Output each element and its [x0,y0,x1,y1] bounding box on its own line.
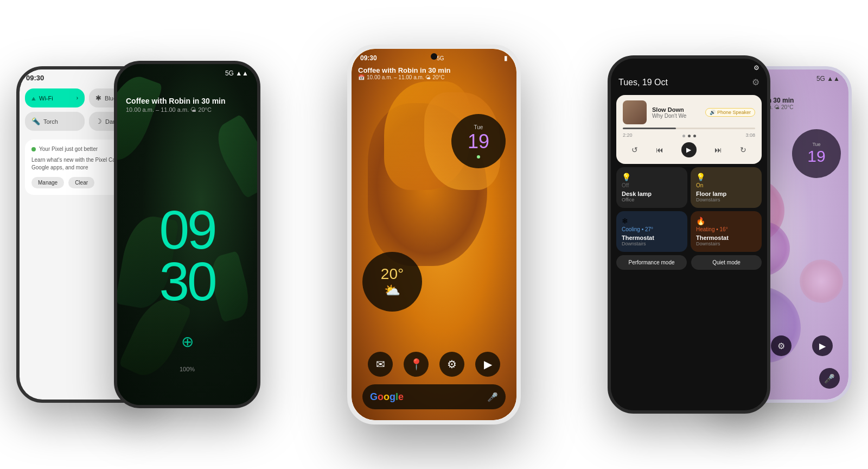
cooling-status: Cooling • 27° [622,226,682,232]
music-player: Slow Down Why Don't We 🔊 Phone Speaker 2… [616,95,762,164]
center-notif-subtitle: 10.00 a.m. – 11.00 a.m. 🌤 20°C [367,74,445,80]
floral-signal: 5G ▲▲ [816,75,840,83]
floorlamp-status: On [696,182,756,188]
thermostat-heat-name: Thermostat [696,234,756,241]
mode-buttons: Performance mode Quiet mode [616,255,762,270]
punch-hole [431,53,437,60]
thermostat-cool-location: Downstairs [622,241,682,246]
torch-label: Torch [43,118,58,125]
gmail-icon[interactable]: ✉ [368,352,393,377]
forward-icon[interactable]: ↻ [740,145,746,154]
cooling-icon: ❄ [622,217,682,225]
bluetooth-icon: ✱ [95,94,101,102]
replay-icon[interactable]: ↺ [631,145,638,154]
leftmost-time: 09:30 [26,74,44,82]
floral-day-label: Tue [812,142,820,147]
music-info: Slow Down Why Don't We [652,106,700,119]
time-elapsed: 2:20 [623,132,633,138]
floorlamp-icon: 💡 [696,173,756,181]
quiet-mode-button[interactable]: Quiet mode [691,255,762,270]
screen-center: 09:30 5G ▮ Coffee with Robin in 30 min 📅… [352,49,516,420]
ls-notif-title: Coffee with Robin in 30 min [126,97,248,105]
widget-date-num: 19 [468,130,489,153]
time-row: 2:20 3:08 [623,132,755,138]
date-widget: Tue 19 [451,114,506,168]
moon-icon: ☽ [95,117,102,125]
notif-dot [31,147,36,151]
center-notif-title: Coffee with Robin in 30 min [358,66,510,74]
phone-speaker-badge: 🔊 Phone Speaker [705,108,755,117]
google-g-icon: Google [370,391,404,403]
search-bar[interactable]: Google 🎤 [362,384,506,409]
center-signal: 5G [437,55,444,61]
desk-lamp-tile[interactable]: 💡 Off Desk lamp Office [616,167,687,208]
playback-controls: ↺ ⏮ ▶ ⏭ ↻ [623,141,755,159]
dot3 [693,135,696,137]
thermostat-cool-name: Thermostat [622,234,682,241]
dots-indicator [682,135,696,138]
ls-notif-sub: 10.00 a.m. – 11.00 a.m. 🌤 20°C [126,106,248,113]
screen-smarthome: ⚙ Tues, 19 Oct ⚙ Slow Down Why Don't We [611,59,767,410]
weather-icon: ⛅ [384,283,400,298]
progress-fill [623,128,676,129]
smarthome-tiles: 💡 Off Desk lamp Office 💡 On Floor lamp D… [616,167,762,252]
phone-center-inner: 09:30 5G ▮ Coffee with Robin in 30 min 📅… [352,49,516,420]
sh-header: Tues, 19 Oct ⚙ [611,74,767,93]
thermostat-cool-tile[interactable]: ❄ Cooling • 27° Thermostat Downstairs [616,211,687,252]
thermostat-heat-location: Downstairs [696,241,756,246]
lockscreen-clock: 0930 [117,204,257,307]
performance-mode-button[interactable]: Performance mode [616,255,687,270]
floral-mic-button[interactable]: 🎤 [819,368,840,389]
heating-status: Heating • 16° [696,226,756,232]
floral-youtube-icon[interactable]: ▶ [812,335,833,356]
ls-clock-time: 0930 [117,204,257,307]
next-icon[interactable]: ⏭ [714,145,722,154]
album-art [623,100,647,124]
lockscreen-notification: Coffee with Robin in 30 min 10.00 a.m. –… [126,97,248,113]
settings-icon[interactable]: ⚙ [439,352,464,377]
screen-lockscreen: 5G ▲▲ Coffee with Robin in 30 min 10.00 … [117,64,257,405]
song-artist: Why Don't We [652,113,700,119]
youtube-icon[interactable]: ▶ [475,352,500,377]
scene: 09:30 5 ▲▲ ⟁ Wi-Fi › ✱ Bluetooth 🔦 [0,0,868,469]
floral-settings-icon[interactable]: ⚙ [771,335,792,356]
sh-gear-icon[interactable]: ⚙ [752,77,760,87]
fingerprint-icon[interactable]: ⊕ [181,333,194,351]
floorlamp-name: Floor lamp [696,191,756,197]
song-title: Slow Down [652,106,700,113]
thermostat-heat-tile[interactable]: 🔥 Heating • 16° Thermostat Downstairs [691,211,762,252]
lockscreen-statusbar: 5G ▲▲ [117,64,257,79]
center-notif-sub: 📅 10.00 a.m. – 11.00 a.m. 🌤 20°C [358,74,510,80]
prev-icon[interactable]: ⏮ [656,145,663,154]
sh-statusbar: ⚙ [611,59,767,74]
desklamp-location: Office [622,197,682,202]
time-total: 3:08 [745,132,755,138]
calendar-icon: 📅 [358,74,365,80]
weather-widget: 20° ⛅ [362,252,422,312]
ls-signal: 5G ▲▲ [225,69,248,77]
progress-bar[interactable] [623,128,755,129]
dot1 [682,135,685,137]
wifi-tile[interactable]: ⟁ Wi-Fi › [25,88,85,107]
widget-dot [477,155,480,159]
phone-second-left: 5G ▲▲ Coffee with Robin in 30 min 10.00 … [114,61,260,408]
desklamp-status: Off [622,182,682,188]
notif-app-name: Your Pixel just got better [39,146,98,152]
floorlamp-location: Downstairs [696,197,756,202]
phones-wrapper: 09:30 5 ▲▲ ⟁ Wi-Fi › ✱ Bluetooth 🔦 [0,0,868,469]
floor-lamp-tile[interactable]: 💡 On Floor lamp Downstairs [691,167,762,208]
play-pause-button[interactable]: ▶ [681,142,697,157]
wifi-icon: ⟁ [31,94,36,102]
torch-tile[interactable]: 🔦 Torch [25,112,85,131]
manage-button[interactable]: Manage [31,177,64,188]
sh-status-signal: ⚙ [754,64,760,72]
center-notification: Coffee with Robin in 30 min 📅 10.00 a.m.… [358,66,510,80]
dot2 [688,135,691,137]
microphone-icon[interactable]: 🎤 [487,392,498,402]
maps-icon[interactable]: 📍 [404,352,429,377]
clear-button[interactable]: Clear [68,177,94,188]
music-top: Slow Down Why Don't We 🔊 Phone Speaker [623,100,755,124]
badge-label: Phone Speaker [717,110,751,115]
center-battery-icon: ▮ [504,54,508,62]
floral-date-num: 19 [807,147,825,166]
